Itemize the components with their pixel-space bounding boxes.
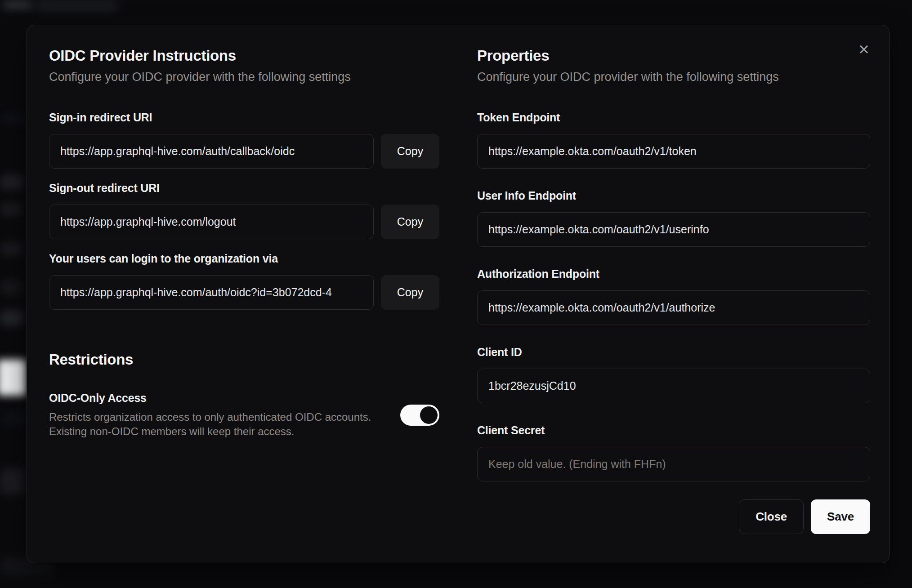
client-id-input[interactable] xyxy=(477,369,870,403)
background-blur-fragment xyxy=(0,243,22,255)
sign-in-redirect-input[interactable] xyxy=(49,134,374,169)
background-blur-fragment xyxy=(3,1,32,9)
background-blur-fragment xyxy=(0,203,22,216)
field-token-endpoint: Token Endpoint xyxy=(477,111,870,169)
background-blur-fragment xyxy=(0,115,27,122)
oidc-settings-modal: ✕ OIDC Provider Instructions Configure y… xyxy=(27,25,890,563)
field-org-login-url: Your users can login to the organization… xyxy=(49,252,439,310)
background-blur-fragment xyxy=(0,468,24,494)
modal-columns: OIDC Provider Instructions Configure you… xyxy=(27,47,889,554)
properties-title: Properties xyxy=(477,47,870,65)
client-id-label: Client ID xyxy=(477,345,870,359)
sign-in-redirect-label: Sign-in redirect URI xyxy=(49,111,439,124)
background-blur-fragment xyxy=(0,174,23,190)
save-button[interactable]: Save xyxy=(811,499,870,534)
field-authorization-endpoint: Authorization Endpoint xyxy=(477,267,870,325)
field-sign-in-redirect: Sign-in redirect URI Copy xyxy=(49,111,439,169)
oidc-only-access-description: Restricts organization access to only au… xyxy=(49,410,371,439)
authorization-endpoint-label: Authorization Endpoint xyxy=(477,267,870,281)
token-endpoint-label: Token Endpoint xyxy=(477,111,870,124)
field-client-id: Client ID xyxy=(477,345,870,403)
org-login-url-input[interactable] xyxy=(49,275,374,310)
properties-column: Properties Configure your OIDC provider … xyxy=(458,47,889,554)
oidc-only-access-label: OIDC-Only Access xyxy=(49,391,371,405)
section-divider xyxy=(49,327,439,327)
authorization-endpoint-input[interactable] xyxy=(477,290,870,325)
client-secret-input[interactable] xyxy=(477,447,870,481)
instructions-subtitle: Configure your OIDC provider with the fo… xyxy=(49,69,439,85)
oidc-only-access-toggle[interactable] xyxy=(400,405,439,426)
modal-actions: Close Save xyxy=(477,499,870,534)
userinfo-endpoint-input[interactable] xyxy=(477,212,870,247)
background-blur-fragment xyxy=(0,360,26,396)
background-blur-fragment xyxy=(0,411,27,426)
copy-org-login-button[interactable]: Copy xyxy=(381,275,439,310)
field-client-secret: Client Secret xyxy=(477,423,870,481)
copy-sign-out-button[interactable]: Copy xyxy=(381,205,439,239)
field-userinfo-endpoint: User Info Endpoint xyxy=(477,189,870,247)
token-endpoint-input[interactable] xyxy=(477,134,870,169)
properties-subtitle: Configure your OIDC provider with the fo… xyxy=(477,69,870,85)
background-blur-fragment xyxy=(0,280,21,295)
instructions-title: OIDC Provider Instructions xyxy=(49,47,439,65)
instructions-column: OIDC Provider Instructions Configure you… xyxy=(27,47,458,554)
copy-sign-in-button[interactable]: Copy xyxy=(381,134,439,169)
close-button[interactable]: Close xyxy=(739,499,804,534)
toggle-knob xyxy=(420,406,438,424)
sign-out-redirect-label: Sign-out redirect URI xyxy=(49,181,439,195)
background-blur-fragment xyxy=(0,310,23,325)
restrictions-title: Restrictions xyxy=(49,351,439,369)
oidc-only-access-row: OIDC-Only Access Restricts organization … xyxy=(49,391,439,439)
field-sign-out-redirect: Sign-out redirect URI Copy xyxy=(49,181,439,239)
org-login-url-label: Your users can login to the organization… xyxy=(49,252,439,265)
close-icon[interactable]: ✕ xyxy=(855,40,873,58)
client-secret-label: Client Secret xyxy=(477,423,870,437)
userinfo-endpoint-label: User Info Endpoint xyxy=(477,189,870,202)
background-blur-fragment xyxy=(35,0,118,12)
sign-out-redirect-input[interactable] xyxy=(49,205,374,239)
